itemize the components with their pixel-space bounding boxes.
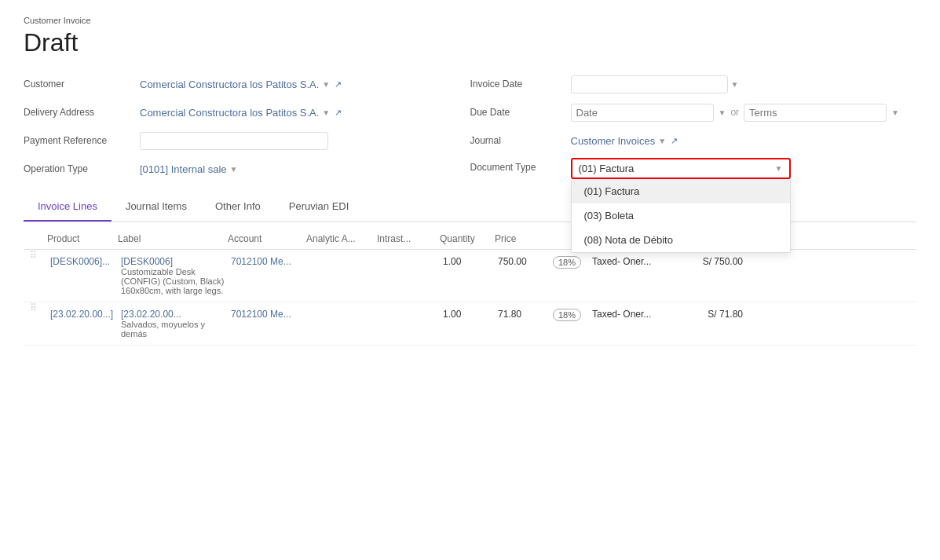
doc-type-field[interactable]: (01) Factura ▼: [571, 158, 791, 179]
row1-account[interactable]: 7012100 Me...: [228, 254, 306, 269]
due-date-input[interactable]: [571, 104, 714, 122]
tab-journal-items[interactable]: Journal Items: [112, 192, 201, 221]
row1-tax-badge: 18%: [550, 254, 589, 270]
journal-external-link[interactable]: ↗: [671, 136, 678, 146]
col-account: Account: [228, 233, 306, 244]
row2-quantity: 1.00: [440, 307, 495, 321]
payment-ref-input[interactable]: [140, 132, 328, 150]
row2-product[interactable]: [23.02.20.00...]: [47, 307, 118, 321]
page-subtitle: Customer Invoice: [24, 16, 916, 25]
row1-label-desc: Customizable Desk (CONFIG) (Custom, Blac…: [121, 267, 225, 295]
col-analytic: Analytic A...: [306, 233, 377, 244]
table-row: ⠿ [23.02.20.00...] [23.02.20.00... Salva…: [24, 302, 916, 346]
row1-intrastat: [377, 254, 440, 258]
doc-type-label: Document Type: [470, 158, 565, 173]
delivery-external-link[interactable]: ↗: [335, 108, 342, 118]
row2-price: 71.80: [495, 307, 550, 321]
invoice-date-input[interactable]: [571, 75, 728, 93]
page-title: Draft: [24, 28, 916, 57]
or-text: or: [730, 107, 739, 118]
journal-value: Customer Invoices: [571, 135, 656, 147]
row2-tax-badge: 18%: [550, 307, 589, 323]
journal-label: Journal: [470, 135, 565, 146]
due-date-dropdown-arrow[interactable]: ▼: [719, 108, 726, 117]
delivery-value: Comercial Constructora los Patitos S.A.: [140, 107, 319, 119]
drag-handle-1[interactable]: ⠿: [30, 250, 37, 261]
operation-type-dropdown-arrow[interactable]: ▼: [230, 165, 238, 174]
terms-input[interactable]: [744, 104, 887, 122]
row1-price: 750.00: [495, 254, 550, 269]
row2-label-desc: Salvados, moyuelos y demás: [121, 320, 225, 339]
journal-dropdown-arrow[interactable]: ▼: [658, 137, 666, 145]
row2-account[interactable]: 7012100 Me...: [228, 307, 306, 321]
row2-label: [23.02.20.00... Salvados, moyuelos y dem…: [118, 307, 228, 340]
col-label: Label: [118, 233, 228, 244]
doc-type-dropdown-arrow[interactable]: ▼: [775, 164, 783, 173]
customer-dropdown-arrow[interactable]: ▼: [322, 80, 330, 89]
tab-invoice-lines[interactable]: Invoice Lines: [24, 192, 112, 221]
dropdown-option-factura[interactable]: (01) Factura: [572, 179, 790, 203]
delivery-label: Delivery Address: [24, 107, 134, 118]
row1-tax-label: Taxed- Oner...: [589, 254, 675, 269]
doc-type-value: (01) Factura: [579, 163, 635, 174]
table-row-1-cells: [DESK0006]... [DESK0006] Customizable De…: [24, 250, 916, 302]
row2-subtotal: S/ 71.80: [675, 307, 746, 321]
operation-type-label: Operation Type: [24, 163, 134, 174]
row1-subtotal: S/ 750.00: [675, 254, 746, 269]
table-row: ⠿ [DESK0006]... [DESK0006] Customizable …: [24, 250, 916, 302]
tab-peruvian-edi[interactable]: Peruvian EDI: [275, 192, 364, 221]
customer-external-link[interactable]: ↗: [335, 79, 342, 90]
row1-product[interactable]: [DESK0006]...: [47, 254, 118, 269]
row2-label-main: [23.02.20.00...: [121, 309, 225, 320]
row2-tax-label: Taxed- Oner...: [589, 307, 675, 321]
operation-type-value: [0101] Internal sale: [140, 163, 227, 175]
row1-analytic: [306, 254, 377, 258]
drag-handle-2[interactable]: ⠿: [30, 302, 37, 313]
customer-value: Comercial Constructora los Patitos S.A.: [140, 79, 319, 90]
row1-label-main: [DESK0006]: [121, 256, 225, 267]
col-intrastat: Intrast...: [377, 233, 440, 244]
doc-type-dropdown-menu: (01) Factura (03) Boleta (08) Nota de Dé…: [571, 179, 791, 253]
dropdown-option-nota-debito[interactable]: (08) Nota de Débito: [572, 228, 790, 252]
row1-label: [DESK0006] Customizable Desk (CONFIG) (C…: [118, 254, 228, 297]
dropdown-option-boleta[interactable]: (03) Boleta: [572, 203, 790, 228]
row2-intrastat: [377, 307, 440, 310]
payment-ref-label: Payment Reference: [24, 135, 134, 146]
col-quantity: Quantity: [440, 233, 495, 244]
invoice-date-label: Invoice Date: [470, 79, 565, 90]
due-date-label: Due Date: [470, 107, 565, 118]
col-product: Product: [47, 233, 118, 244]
terms-dropdown-arrow[interactable]: ▼: [891, 108, 899, 117]
row2-analytic: [306, 307, 377, 310]
customer-label: Customer: [24, 79, 134, 90]
invoice-date-dropdown-arrow[interactable]: ▼: [731, 80, 739, 89]
delivery-dropdown-arrow[interactable]: ▼: [322, 108, 330, 117]
row1-quantity: 1.00: [440, 254, 495, 269]
tab-other-info[interactable]: Other Info: [201, 192, 275, 221]
col-price: Price: [495, 233, 550, 244]
table-row-2-cells: [23.02.20.00...] [23.02.20.00... Salvado…: [24, 302, 916, 345]
